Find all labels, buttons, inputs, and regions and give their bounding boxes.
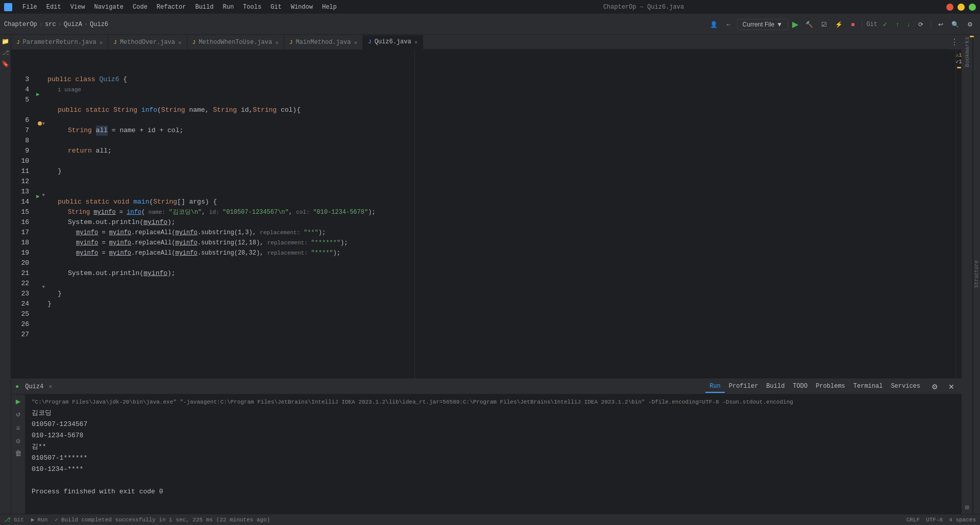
tabs-menu-button[interactable]: ⋮: [947, 35, 962, 49]
tab-close-methodover[interactable]: ✕: [178, 39, 182, 46]
git-check-button[interactable]: ✓: [879, 19, 891, 30]
settings-button[interactable]: ⚙: [964, 19, 976, 30]
menu-window[interactable]: Window: [287, 3, 317, 12]
breadcrumb-src[interactable]: src: [45, 21, 56, 28]
undo-button[interactable]: ↩: [935, 19, 946, 30]
search-button[interactable]: 🔍: [948, 19, 962, 30]
build-button[interactable]: 🔨: [802, 19, 816, 30]
commit-icon[interactable]: ⎇: [1, 48, 10, 57]
back-button[interactable]: ←: [723, 19, 735, 30]
code-line-19: myinfo = myinfo.replaceAll(myinfo.substr…: [47, 238, 410, 248]
tab-close-methodwhentouse[interactable]: ✕: [275, 39, 279, 46]
tab-run[interactable]: Run: [705, 381, 725, 393]
var-myinfo3: myinfo: [76, 228, 98, 238]
tab-services[interactable]: Services: [887, 381, 924, 393]
menu-build[interactable]: Build: [191, 3, 217, 12]
menu-tools[interactable]: Tools: [239, 3, 265, 12]
tab-build[interactable]: Build: [762, 381, 789, 393]
run-rerun-icon[interactable]: ↺: [15, 409, 21, 419]
breadcrumb-app[interactable]: ChapterOp: [4, 21, 37, 28]
tab-close-parameterreturn[interactable]: ✕: [100, 39, 103, 46]
fold-line15[interactable]: ▼: [42, 193, 45, 198]
current-file-label: Current File: [743, 21, 775, 28]
code-cbrace3: }: [47, 299, 52, 309]
run-panel-settings[interactable]: ⚙: [928, 381, 941, 393]
git-pull-button[interactable]: ↓: [904, 19, 913, 30]
run-tab-close[interactable]: ✕: [48, 383, 52, 390]
right-scroll-gutter: ⚠1 ✓1: [955, 50, 962, 379]
run-settings-icon2[interactable]: ⚙: [15, 436, 21, 446]
menu-view[interactable]: View: [66, 3, 89, 12]
project-icon[interactable]: 📁: [1, 37, 10, 46]
fold-line24[interactable]: ▼: [42, 285, 45, 290]
window-title: ChapterOp – Quiz6.java: [347, 4, 940, 11]
maximize-button[interactable]: [969, 4, 976, 11]
menu-git[interactable]: Git: [266, 3, 286, 12]
current-file-button[interactable]: Current File ▼: [737, 19, 789, 30]
menu-edit[interactable]: Edit: [42, 3, 65, 12]
run-status-label[interactable]: Run: [37, 517, 47, 523]
tab-close-mainmethod[interactable]: ✕: [354, 39, 357, 46]
profile-run-button[interactable]: ⚡: [832, 19, 846, 30]
breadcrumb-quiza[interactable]: QuizA: [64, 21, 82, 28]
code-editor[interactable]: 3 4 5 6 7 8 9 10 11 12 13 14 15: [11, 50, 414, 379]
run-button[interactable]: ▶: [790, 18, 800, 30]
profile-button[interactable]: 👤: [707, 19, 721, 30]
menu-navigate[interactable]: Navigate: [90, 3, 128, 12]
tab-terminal[interactable]: Terminal: [849, 381, 887, 393]
cls-quiz6: Quiz6: [99, 74, 119, 85]
menu-file[interactable]: File: [18, 3, 41, 12]
close-button[interactable]: [946, 4, 953, 11]
structure-label[interactable]: Structure: [973, 258, 980, 290]
run-panel-close[interactable]: ✕: [945, 381, 958, 393]
structure-panel: Structure: [973, 35, 980, 514]
code-line-16: String myinfo = info( name: "김코딩\n", id:…: [47, 207, 410, 217]
tab-profiler[interactable]: Profiler: [725, 381, 763, 393]
tab-mainmethod[interactable]: J MainMethod.java ✕: [284, 35, 363, 49]
tab-close-quiz6[interactable]: ✕: [414, 39, 418, 45]
run-scroll-icon[interactable]: ≡: [15, 423, 21, 434]
tab-label-methodover: MethodOver.java: [120, 39, 175, 46]
tab-methodwhentouse[interactable]: J MethodWhenToUse.java ✕: [187, 35, 284, 49]
stop-button[interactable]: ■: [848, 19, 857, 30]
minimize-button[interactable]: [958, 4, 965, 11]
bookmarks-label[interactable]: Bookmarks: [963, 35, 971, 69]
code-comma3: ,: [202, 207, 209, 217]
code-comma: ,: [205, 105, 213, 115]
tab-label-mainmethod: MainMethod.java: [296, 39, 351, 46]
coverage-button[interactable]: ☑: [818, 19, 830, 30]
tab-problems[interactable]: Problems: [812, 381, 849, 393]
bookmark-icon[interactable]: 🔖: [1, 59, 10, 68]
code-arr: []: [177, 197, 189, 207]
code-replace2: .replaceAll(: [131, 238, 175, 248]
menu-help[interactable]: Help: [318, 3, 341, 12]
tab-methodover[interactable]: J MethodOver.java ✕: [108, 35, 187, 49]
code-content[interactable]: 💡 public class Quiz6 { 1 usage: [45, 50, 414, 379]
run-trash-icon[interactable]: 🗑: [14, 448, 23, 459]
breadcrumb-quiz6[interactable]: Quiz6: [90, 21, 108, 28]
lightbulb-icon[interactable]: 💡: [45, 64, 46, 74]
git-status-label[interactable]: Git: [14, 517, 24, 523]
menu-run[interactable]: Run: [218, 3, 238, 12]
tab-parameterreturn[interactable]: J ParameterReturn.java ✕: [11, 35, 108, 49]
menu-refactor[interactable]: Refactor: [153, 3, 190, 12]
code-comma4: ,: [289, 207, 296, 217]
run-play-icon[interactable]: ▶: [16, 396, 21, 407]
tab-todo[interactable]: TODO: [789, 381, 812, 393]
run-panel: ● Quiz4 ✕ Run Profiler Build TODO Proble…: [11, 379, 962, 514]
chevron-down-icon: ▼: [776, 21, 782, 28]
menu-code[interactable]: Code: [129, 3, 152, 12]
bookmarks-panel: Bookmarks ⊞: [962, 35, 973, 514]
code-sysout1: System.out.println(: [68, 217, 143, 228]
breakpoint-line7[interactable]: [38, 121, 42, 126]
tab-quiz6[interactable]: J Quiz6.java ✕: [363, 35, 423, 49]
git-push-button[interactable]: ↑: [893, 19, 902, 30]
hint-rep2: replacement:: [267, 238, 311, 248]
run-gutter-line15[interactable]: ▶: [36, 193, 40, 199]
bookmarks-icon2[interactable]: ⊞: [963, 501, 971, 514]
fold-line7[interactable]: ▼: [42, 121, 45, 127]
line-col-status: CRLF: [906, 517, 920, 523]
toolbar-sep: [862, 19, 862, 30]
run-gutter-line5[interactable]: ▶: [36, 91, 40, 97]
git-history-button[interactable]: ⟳: [915, 19, 926, 30]
